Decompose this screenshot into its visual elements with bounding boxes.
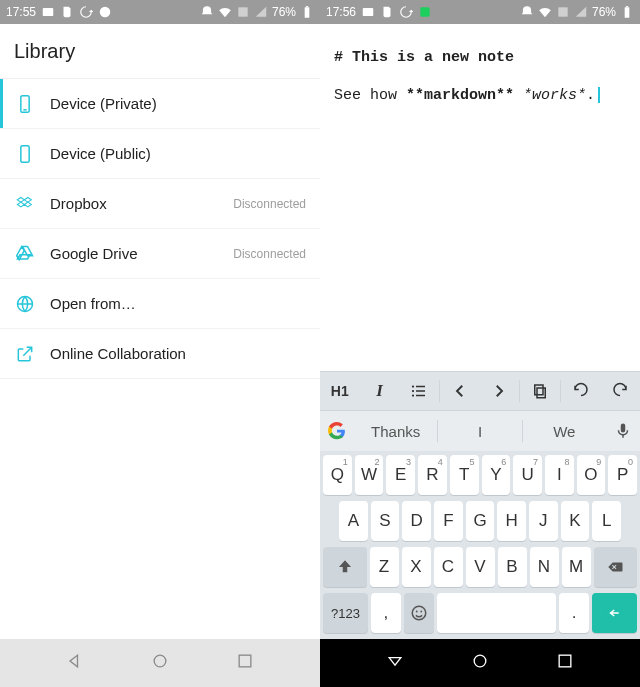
status-time: 17:55 [6,5,36,19]
signal-icon [254,5,268,19]
heading-marker: # [334,49,352,66]
key-t[interactable]: T5 [450,455,479,495]
library-item-3[interactable]: Google DriveDisconnected [0,229,320,279]
redo-button[interactable] [600,382,640,400]
key-shift[interactable] [323,547,367,587]
nav-back-button[interactable] [385,651,405,675]
key-n[interactable]: N [530,547,559,587]
key-e[interactable]: E3 [386,455,415,495]
svg-point-24 [412,606,426,620]
key-s[interactable]: S [371,501,400,541]
keyboard: Q1W2E3R4T5Y6U7I8O9P0 ASDFGHJKL ZXCVBNM ?… [320,451,640,639]
status-bar: 17:55 76% [0,0,320,24]
svg-rect-17 [416,386,425,388]
gdrive-icon [14,243,36,265]
next-button[interactable] [480,382,520,400]
library-item-label: Google Drive [50,245,138,262]
dnd-icon [520,5,534,19]
library-item-1[interactable]: Device (Public) [0,129,320,179]
library-item-label: Dropbox [50,195,107,212]
sync-icon [79,5,93,19]
nfc-icon [556,5,570,19]
key-m[interactable]: M [562,547,591,587]
key-q[interactable]: Q1 [323,455,352,495]
nav-back-button[interactable] [65,651,85,675]
list-button[interactable] [399,382,439,400]
key-backspace[interactable] [594,547,638,587]
battery-icon [300,5,314,19]
svg-rect-14 [625,7,630,17]
key-period[interactable]: . [559,593,589,633]
key-space[interactable] [437,593,557,633]
key-z[interactable]: Z [370,547,399,587]
library-item-status: Disconnected [233,247,306,261]
signal-icon [574,5,588,19]
key-k[interactable]: K [561,501,590,541]
svg-rect-21 [416,395,425,397]
nav-home-button[interactable] [470,651,490,675]
wifi-icon [218,5,232,19]
suggestion-2[interactable]: I [438,423,521,440]
status-time: 17:56 [326,5,356,19]
svg-point-16 [412,385,414,387]
key-w[interactable]: W2 [355,455,384,495]
key-y[interactable]: Y6 [482,455,511,495]
prev-button[interactable] [440,382,480,400]
key-emoji[interactable] [404,593,434,633]
key-h[interactable]: H [497,501,526,541]
copy-button[interactable] [520,382,560,400]
editor-toolbar: H1 I [320,371,640,411]
key-l[interactable]: L [592,501,621,541]
note-editor[interactable]: # This is a new note See how **markdown*… [320,24,640,371]
dnd-icon [200,5,214,19]
key-v[interactable]: V [466,547,495,587]
svg-point-18 [412,390,414,392]
message-icon [98,5,112,19]
status-battery-pct: 76% [592,5,616,19]
nav-recent-button[interactable] [555,651,575,675]
heading-button[interactable]: H1 [320,383,360,399]
key-symbols[interactable]: ?123 [323,593,368,633]
undo-button[interactable] [561,382,601,400]
suggestion-3[interactable]: We [523,423,606,440]
key-i[interactable]: I8 [545,455,574,495]
nav-home-button[interactable] [150,651,170,675]
text-cursor [598,87,600,103]
svg-rect-10 [239,655,251,667]
svg-rect-13 [558,7,567,16]
key-d[interactable]: D [402,501,431,541]
suggestion-strip: Thanks I We [320,411,640,451]
library-item-0[interactable]: Device (Private) [0,79,320,129]
mic-button[interactable] [606,422,640,440]
phone-icon [14,93,36,115]
key-u[interactable]: U7 [513,455,542,495]
status-battery-pct: 76% [272,5,296,19]
library-item-4[interactable]: Open from… [0,279,320,329]
key-j[interactable]: J [529,501,558,541]
key-f[interactable]: F [434,501,463,541]
library-item-5[interactable]: Online Collaboration [0,329,320,379]
google-icon[interactable] [320,422,354,440]
page-title: Library [0,24,320,79]
key-p[interactable]: P0 [608,455,637,495]
svg-rect-23 [535,385,543,395]
library-item-label: Device (Private) [50,95,157,112]
key-enter[interactable] [592,593,637,633]
key-o[interactable]: O9 [577,455,606,495]
key-x[interactable]: X [402,547,431,587]
key-a[interactable]: A [339,501,368,541]
italic-button[interactable]: I [360,381,400,401]
suggestion-1[interactable]: Thanks [354,423,437,440]
key-r[interactable]: R4 [418,455,447,495]
key-g[interactable]: G [466,501,495,541]
key-b[interactable]: B [498,547,527,587]
library-item-2[interactable]: DropboxDisconnected [0,179,320,229]
key-comma[interactable]: , [371,593,401,633]
svg-rect-15 [626,6,628,7]
library-item-label: Open from… [50,295,136,312]
svg-rect-4 [306,6,308,7]
nav-recent-button[interactable] [235,651,255,675]
key-c[interactable]: C [434,547,463,587]
svg-rect-22 [537,388,545,398]
library-screen: 17:55 76% Library Device (Private)Device… [0,0,320,687]
